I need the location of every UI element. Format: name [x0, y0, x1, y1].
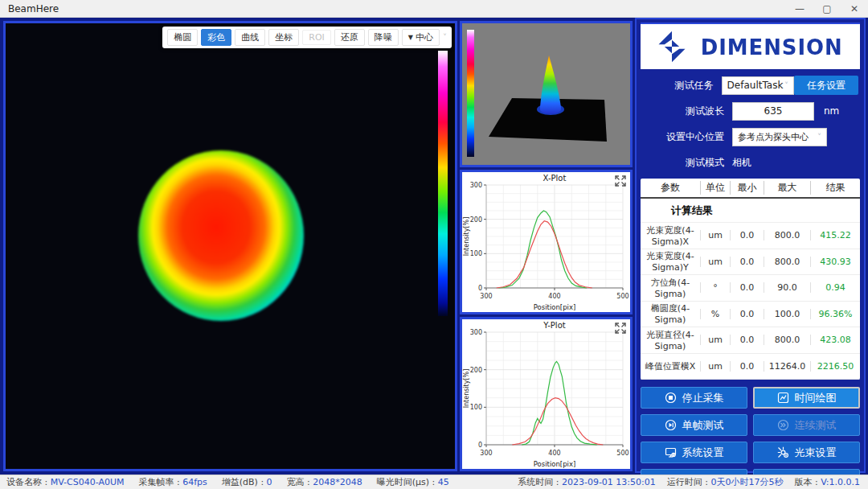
停止采集-button[interactable]: 停止采集	[641, 387, 747, 409]
status-bar: 设备名称 : MV-CS040-A0UM采集帧率 : 64fps增益(dB) :…	[0, 475, 868, 489]
y-plot-chart: 3004005000100200300Y-PlotPosition[pix]In…	[462, 319, 630, 469]
stop-icon	[665, 392, 677, 404]
beam-gear-icon	[777, 446, 789, 458]
svg-text:300: 300	[480, 293, 492, 300]
column-header: 参数	[641, 181, 700, 195]
beam-image-panel[interactable]: 椭圆彩色曲线坐标ROI还原降噪▼中心˅	[3, 21, 457, 471]
svg-text:300: 300	[470, 329, 482, 336]
result-value: 2216.50	[810, 361, 860, 372]
chart-icon	[777, 392, 789, 404]
时间绘图-button[interactable]: 时间绘图	[753, 387, 860, 409]
status-label: 宽高 :	[287, 477, 313, 487]
close-button[interactable]: ✕	[841, 0, 868, 17]
brand-logo: DIMENSION	[641, 23, 860, 69]
status-value: V:1.0.0.1	[821, 477, 860, 487]
minimize-button[interactable]: —	[786, 0, 813, 17]
toolbar-button-还原[interactable]: 还原	[334, 29, 365, 46]
toolbar-button-label: 还原	[341, 31, 358, 43]
test-settings: 测试任务 DefaultTask ˅ 任务设置 测试波长 635 nm 设置中心…	[641, 69, 860, 179]
status-label: 系统时间 :	[518, 477, 562, 487]
svg-text:Intensity[%]: Intensity[%]	[463, 217, 470, 257]
cell-value: 800.0	[764, 257, 810, 267]
task-select[interactable]: DefaultTask ˅	[722, 76, 794, 95]
param-name: 光束宽度(4-Sigma)Y	[641, 250, 700, 273]
svg-text:100: 100	[470, 250, 482, 257]
cell-value: 90.0	[764, 282, 810, 293]
center-position-label: 设置中心位置	[642, 130, 732, 144]
center-position-row: 设置中心位置 参考点为探头中心 ˅	[642, 127, 858, 146]
status-value: 2048*2048	[313, 477, 362, 487]
title-bar: BeamHere — ▢ ✕	[0, 0, 868, 18]
expand-icon[interactable]	[614, 175, 627, 187]
toolbar-collapse-icon[interactable]: ˅	[441, 33, 448, 42]
fast-forward-icon	[777, 419, 789, 431]
cell-value: 0.0	[730, 335, 764, 345]
result-value: 0.94	[810, 282, 860, 293]
table-row: 光束宽度(4-Sigma)Xum0.0800.0415.22	[641, 223, 860, 249]
x-plot-panel[interactable]: 3004005000100200300X-PlotPosition[pix]In…	[460, 170, 633, 314]
beam-3d-view-panel[interactable]	[460, 21, 633, 167]
svg-text:200: 200	[470, 367, 482, 374]
button-label: 系统设置	[682, 446, 724, 460]
chevron-down-icon: ˅	[817, 133, 821, 142]
cell-value: um	[700, 335, 730, 345]
cell-value: 0.0	[730, 309, 764, 319]
table-row: 光束宽度(4-Sigma)Yum0.0800.0430.93	[641, 249, 860, 276]
cell-value: um	[700, 257, 730, 267]
svg-text:Y-Plot: Y-Plot	[542, 321, 565, 330]
table-row: 光斑直径(4-Sigma)um0.0800.0423.08	[641, 327, 860, 354]
table-row: 峰值位置横Xum0.011264.02216.50	[641, 354, 860, 380]
param-name: 光斑直径(4-Sigma)	[641, 329, 700, 351]
3d-colorbar	[467, 30, 474, 157]
maximize-button[interactable]: ▢	[813, 0, 841, 17]
column-header: 结果	[810, 181, 860, 195]
param-name: 峰值位置横X	[641, 360, 700, 372]
status-value: 45	[438, 477, 449, 487]
wavelength-input[interactable]: 635	[732, 102, 814, 121]
window-controls: — ▢ ✕	[786, 0, 868, 17]
cell-value: um	[700, 230, 730, 240]
toolbar-button-曲线[interactable]: 曲线	[235, 29, 265, 46]
cell-value: 800.0	[764, 335, 810, 345]
result-value: 430.93	[810, 257, 860, 267]
beam-3d-plot	[462, 23, 630, 165]
intensity-colorbar	[438, 51, 448, 316]
control-panel: DIMENSION 测试任务 DefaultTask ˅ 任务设置 测试波长 6…	[635, 18, 866, 473]
center-position-select[interactable]: 参考点为探头中心 ˅	[732, 128, 827, 146]
svg-text:500: 500	[616, 293, 628, 300]
toolbar-button-中心[interactable]: ▼中心	[402, 29, 440, 46]
光束设置-button[interactable]: 光束设置	[753, 442, 860, 463]
param-name: 椭圆度(4-Sigma)	[641, 302, 700, 325]
dimension-logo-icon	[654, 29, 690, 64]
toolbar-button-彩色[interactable]: 彩色	[201, 29, 231, 46]
wavelength-unit: nm	[824, 105, 839, 117]
status-label: 设备名称 :	[6, 477, 51, 487]
svg-text:Position[pix]: Position[pix]	[534, 303, 576, 311]
beam-profile-image	[138, 150, 304, 321]
svg-text:0: 0	[478, 442, 482, 449]
toolbar-button-label: ROI	[309, 32, 325, 43]
x-plot-chart: 3004005000100200300X-PlotPosition[pix]In…	[462, 172, 630, 312]
status-value: MV-CS040-A0UM	[51, 477, 125, 487]
task-select-value: DefaultTask	[727, 80, 784, 91]
svg-text:Intensity[%]: Intensity[%]	[463, 369, 470, 409]
beam-toolbar: 椭圆彩色曲线坐标ROI还原降噪▼中心˅	[162, 27, 452, 48]
expand-icon[interactable]	[614, 322, 627, 335]
y-plot-panel[interactable]: 3004005000100200300Y-PlotPosition[pix]In…	[460, 317, 633, 471]
cell-value: 0.0	[730, 230, 764, 240]
task-settings-button[interactable]: 任务设置	[794, 76, 858, 95]
test-mode-label: 测试模式	[642, 156, 732, 170]
cell-value: 11264.0	[764, 361, 810, 372]
action-buttons: 停止采集时间绘图单帧测试连续测试系统设置光束设置保存结果生成报告	[641, 387, 860, 489]
单帧测试-button[interactable]: 单帧测试	[641, 414, 747, 436]
cell-value: 0.0	[730, 282, 764, 293]
系统设置-button[interactable]: 系统设置	[641, 442, 747, 463]
toolbar-button-坐标[interactable]: 坐标	[268, 29, 299, 46]
column-header: 最大	[764, 181, 810, 195]
button-label: 停止采集	[682, 391, 724, 405]
result-value: 423.08	[810, 335, 860, 345]
toolbar-button-椭圆[interactable]: 椭圆	[167, 29, 198, 46]
toolbar-button-降噪[interactable]: 降噪	[368, 29, 399, 46]
status-value: 64fps	[182, 477, 207, 487]
svg-text:200: 200	[470, 216, 482, 224]
